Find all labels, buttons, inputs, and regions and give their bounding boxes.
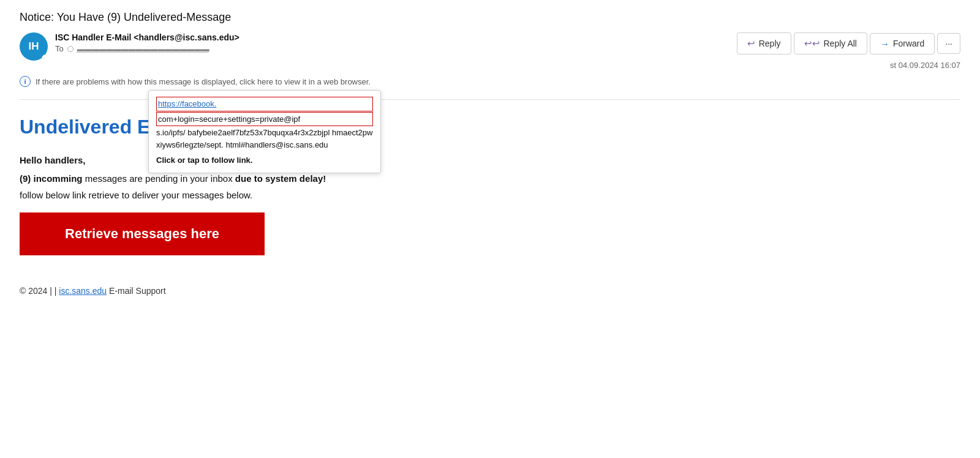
- avatar-status: [42, 54, 50, 62]
- greeting-text: Hello handlers,: [20, 155, 86, 165]
- to-label: To: [55, 44, 64, 53]
- reply-button[interactable]: ↩ Reply: [737, 32, 791, 54]
- avatar: IH: [20, 32, 48, 61]
- reply-icon: ↩: [747, 38, 755, 49]
- reply-all-button[interactable]: ↩↩ Reply All: [794, 32, 867, 54]
- footer-suffix: E-mail Support: [109, 286, 166, 296]
- more-options-button[interactable]: ···: [937, 33, 960, 54]
- email-container: Notice: You Have (9) Undelivered-Message…: [0, 0, 980, 310]
- toolbar-right: ↩ Reply ↩↩ Reply All → Forward ··· st 04…: [737, 32, 960, 70]
- forward-icon: →: [880, 39, 889, 49]
- reply-all-label: Reply All: [824, 39, 857, 48]
- body-line2-mid: messages are pending in your inbox: [85, 173, 233, 184]
- info-message: If there are problems with how this mess…: [36, 77, 371, 86]
- follow-line-start: follow below link: [20, 190, 86, 200]
- tooltip-click-text: Click or tap to follow link.: [156, 154, 373, 167]
- button-area: https://facebook. com+login=secure+setti…: [20, 212, 265, 255]
- reply-label: Reply: [759, 39, 781, 48]
- email-footer: © 2024 | | isc.sans.edu E-mail Support: [20, 286, 960, 296]
- email-timestamp: st 04.09.2024 16:07: [890, 61, 960, 70]
- email-subject: Notice: You Have (9) Undelivered-Message: [20, 11, 960, 24]
- avatar-initials: IH: [29, 40, 39, 53]
- info-icon: i: [20, 76, 31, 87]
- recipient-dot: [67, 46, 74, 52]
- info-bar: i If there are problems with how this me…: [20, 76, 960, 87]
- tooltip-url-line4: bafybeie2aelf7bfz53x7bquqxa4r3x2zbjpl: [187, 128, 330, 137]
- footer-link[interactable]: isc.sans.edu: [59, 286, 107, 296]
- follow-line-end: retrieve to deliver your messages below.: [89, 190, 253, 200]
- link-tooltip: https://facebook. com+login=secure+setti…: [148, 90, 381, 173]
- follow-line: follow below link retrieve to deliver yo…: [20, 190, 960, 200]
- toolbar: ↩ Reply ↩↩ Reply All → Forward ···: [737, 32, 960, 54]
- email-body: Undelivered Email Hello handlers, (9) in…: [20, 110, 960, 296]
- forward-button[interactable]: → Forward: [870, 33, 935, 54]
- sender-to-line: To ▬▬▬▬▬▬▬▬▬▬▬▬▬▬▬▬▬▬: [55, 44, 239, 53]
- body-line2-start: (9) incomming: [20, 173, 83, 184]
- more-icon: ···: [945, 39, 952, 48]
- sender-name: ISC Handler E-Mail <handlers@isc.sans.ed…: [55, 32, 239, 42]
- sender-section: IH ISC Handler E-Mail <handlers@isc.sans…: [20, 32, 239, 61]
- body-line2-end: due to system delay!: [235, 173, 326, 184]
- tooltip-url-line2: com+login=secure+settings=private@ipf: [156, 112, 373, 127]
- tooltip-url-line1: https://facebook.: [156, 97, 373, 111]
- sender-info: ISC Handler E-Mail <handlers@isc.sans.ed…: [55, 32, 239, 53]
- tooltip-url-line6: html#handlers@isc.sans.edu: [225, 140, 328, 149]
- tooltip-url-line3: s.io/ipfs/: [156, 128, 186, 137]
- forward-label: Forward: [893, 39, 924, 48]
- body-main-line: (9) incomming messages are pending in yo…: [20, 171, 960, 186]
- recipient-address: ▬▬▬▬▬▬▬▬▬▬▬▬▬▬▬▬▬▬: [77, 45, 209, 53]
- reply-all-icon: ↩↩: [804, 38, 820, 49]
- footer-text: © 2024 | |: [20, 286, 56, 296]
- retrieve-messages-button[interactable]: Retrieve messages here: [20, 212, 265, 255]
- email-header-row: IH ISC Handler E-Mail <handlers@isc.sans…: [20, 32, 960, 70]
